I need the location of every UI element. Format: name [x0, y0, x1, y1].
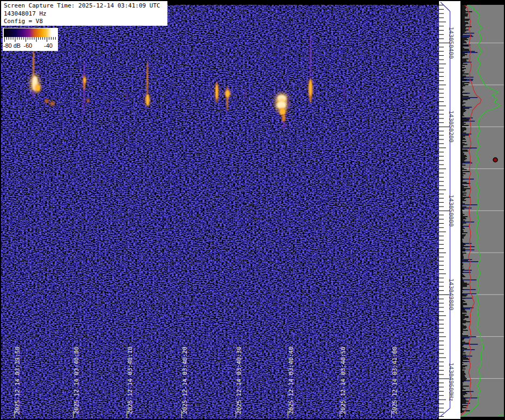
spectrum-traces [460, 1, 504, 419]
echo-blob [50, 101, 55, 106]
echo-blob [282, 114, 286, 122]
time-label: 2025-12-14 03:40:20 [182, 347, 188, 414]
time-tick [127, 410, 127, 418]
capture-info-box: Screen Capture Time: 2025-12-14 03:41:09… [1, 1, 167, 26]
time-label: 2025-12-14 03:40:00 [74, 347, 80, 414]
echo-blob [225, 90, 230, 97]
legend-db-label: -80 dB [3, 42, 20, 49]
echo-blob [84, 78, 86, 83]
echo-blob [422, 89, 423, 101]
color-gradient-bar [4, 28, 57, 37]
waterfall-noise-texture [1, 1, 439, 419]
frequency-label: Hz [448, 394, 454, 401]
time-label: 2025-12-14 03:39:50 [14, 347, 21, 414]
echo-blob [310, 9, 311, 34]
time-label: 2025-12-14 03:40:30 [236, 347, 243, 414]
frequency-axis: 1430504001430502001430500001430498001430… [439, 1, 460, 419]
echo-blob [33, 90, 34, 98]
time-tick [391, 410, 392, 418]
echo-blob [288, 95, 289, 109]
spectrogram-waterfall: 2025-12-14 03:39:502025-12-14 03:40:0020… [1, 1, 439, 419]
frequency-label: 143050000 [448, 195, 454, 227]
echo-blob [147, 62, 148, 96]
echo-blob [171, 82, 172, 126]
time-tick [73, 410, 74, 418]
echo-blob [127, 91, 128, 103]
spectrum-panel [460, 1, 504, 419]
time-label: 2025-12-14 03:41:00 [392, 347, 398, 414]
echo-blob [33, 47, 34, 79]
echo-blob [146, 94, 149, 106]
echo-blob [309, 80, 312, 95]
frequency-label: 143050400 [448, 27, 454, 59]
echo-blob [283, 121, 285, 129]
time-label: 2025-12-14 03:40:40 [288, 347, 295, 414]
legend-tick-ruler [4, 37, 57, 42]
frequency-label: 143049600 [448, 363, 454, 395]
echo-blob [277, 101, 286, 109]
echo-frequency-dashed-line [31, 92, 439, 93]
color-scale-legend: -80 dB-60-40 [3, 28, 58, 51]
legend-db-label: -40 [44, 42, 53, 49]
capture-time-line: Screen Capture Time: 2025-12-14 03:41:09… [4, 2, 160, 9]
spectrogram-capture-screen: 2025-12-14 03:39:502025-12-14 03:40:0020… [0, 0, 505, 420]
echo-blob [245, 88, 246, 100]
echo-blob [343, 85, 345, 100]
echo-blob [35, 85, 40, 91]
time-label: 2025-12-14 03:40:10 [127, 347, 134, 414]
echo-blob [216, 85, 218, 99]
time-tick [236, 410, 236, 418]
time-tick [181, 410, 182, 418]
time-tick [288, 410, 288, 418]
frequency-label: 143050200 [448, 110, 454, 143]
echo-blob [109, 106, 112, 109]
echo-blob [279, 5, 280, 97]
frequency-label: 143049800 [448, 278, 454, 311]
legend-db-label: -60 [24, 42, 32, 49]
config-line: Config = V8 [4, 18, 43, 25]
frequency-line: 143048017 Hz [4, 10, 46, 17]
echo-blob [310, 32, 311, 82]
echo-blob [86, 99, 90, 102]
time-tick [14, 410, 14, 418]
time-label: 2025-12-14 03:40:50 [340, 347, 347, 414]
echo-blob [45, 99, 49, 103]
time-tick [340, 410, 340, 418]
